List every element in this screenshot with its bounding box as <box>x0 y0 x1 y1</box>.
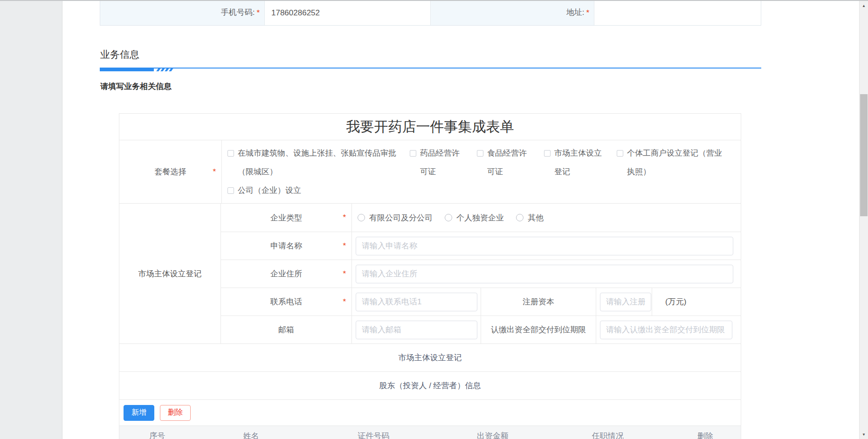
email-row: 邮箱 认缴出资全部交付到位期限 <box>221 316 741 343</box>
registration-section-row: 市场主体设立登记 <box>119 344 741 372</box>
package-options: 在城市建筑物、设施上张挂、张贴宣传品审批（限城区） 药品经营许可证 食品经营许可… <box>222 140 741 203</box>
checkbox-icon[interactable] <box>227 187 234 194</box>
contact-phone-label: 联系电话 <box>270 296 302 307</box>
checkbox-icon[interactable] <box>617 150 623 157</box>
package-option-label: 市场主体设立登记 <box>554 144 603 181</box>
phone-value-cell[interactable]: 17860286252 <box>264 0 430 25</box>
package-option-label: 公司（企业）设立 <box>238 181 301 200</box>
underline-thin-line <box>100 68 761 69</box>
radio-icon[interactable] <box>445 214 452 221</box>
enterprise-address-input[interactable] <box>356 265 733 283</box>
capital-deadline-input[interactable] <box>600 321 732 339</box>
section-title: 业务信息 <box>100 48 139 61</box>
package-option-propaganda[interactable]: 在城市建筑物、设施上张挂、张贴宣传品审批（限城区） <box>227 144 399 181</box>
package-option-company-setup[interactable]: 公司（企业）设立 <box>227 181 301 200</box>
radio-label: 个人独资企业 <box>456 213 504 223</box>
form-title: 我要开药店一件事集成表单 <box>119 114 741 140</box>
radio-label: 有限公司及分公司 <box>369 213 433 223</box>
scrollbar-thumb[interactable] <box>860 94 868 216</box>
contact-phone-input[interactable] <box>356 293 477 311</box>
capital-deadline-cell <box>596 316 741 343</box>
enterprise-address-row: 企业住所 * <box>221 260 741 288</box>
entity-rows: 企业类型 * 有限公司及分公司 个人独资企业 <box>221 204 741 343</box>
package-options-line1: 在城市建筑物、设施上张挂、张贴宣传品审批（限城区） 药品经营许可证 食品经营许可… <box>227 144 736 181</box>
package-option-label: 药品经营许可证 <box>420 144 461 181</box>
email-label: 邮箱 <box>278 324 294 335</box>
vertical-scrollbar[interactable]: ▲ ▼ <box>859 1 868 439</box>
package-option-label: 个体工商户设立登记（营业执照） <box>627 144 723 181</box>
address-label-cell: 地址:* <box>430 0 594 25</box>
package-option-food-license[interactable]: 食品经营许可证 <box>477 144 528 181</box>
registered-capital-unit: (万元) <box>652 288 741 316</box>
contact-phone-cell <box>352 288 481 316</box>
enterprise-type-options: 有限公司及分公司 个人独资企业 其他 <box>352 204 741 232</box>
underline-bar <box>100 68 154 71</box>
contact-phone-row: 联系电话 * 注册资本 (万元) <box>221 288 741 316</box>
address-required-mark: * <box>586 8 589 18</box>
contact-info-table: 手机号码:* 17860286252 地址:* <box>100 0 761 26</box>
header-position: 任职情况 <box>545 426 670 439</box>
email-cell <box>352 316 481 343</box>
shareholder-section-row: 股东（投资人 / 经营者）信息 <box>119 372 741 400</box>
package-option-market-entity[interactable]: 市场主体设立登记 <box>544 144 603 181</box>
radio-limited-company[interactable]: 有限公司及分公司 <box>358 213 433 223</box>
capital-deadline-label-cell: 认缴出资全部交付到位期限 <box>481 316 596 343</box>
radio-icon[interactable] <box>516 214 524 221</box>
email-input[interactable] <box>356 321 477 339</box>
pharmacy-form-table: 我要开药店一件事集成表单 套餐选择 * 在城市建筑物、设施上张挂、张贴宣传品审批… <box>119 113 741 439</box>
phone-label: 手机号码: <box>221 7 255 18</box>
checkbox-icon[interactable] <box>410 150 416 157</box>
contact-phone-label-cell: 联系电话 * <box>221 288 352 316</box>
enterprise-type-row: 企业类型 * 有限公司及分公司 个人独资企业 <box>221 204 741 232</box>
page: 手机号码:* 17860286252 地址:* 业务信息 请填写业务相关信息 我… <box>0 0 868 439</box>
registered-capital-cell <box>596 288 652 316</box>
scroll-up-arrow[interactable]: ▲ <box>860 2 868 9</box>
registered-capital-input[interactable] <box>600 293 651 311</box>
delete-button[interactable]: 删除 <box>160 405 191 421</box>
package-option-label: 食品经营许可证 <box>487 144 528 181</box>
address-label: 地址: <box>566 7 585 18</box>
checkbox-icon[interactable] <box>227 150 234 157</box>
phone-required-mark: * <box>256 8 260 18</box>
required-mark: * <box>343 241 346 251</box>
header-seq: 序号 <box>119 426 195 439</box>
section-underline <box>100 68 761 71</box>
phone-label-cell: 手机号码:* <box>100 0 264 25</box>
enterprise-type-label-cell: 企业类型 * <box>221 204 352 232</box>
package-option-drug-license[interactable]: 药品经营许可证 <box>410 144 461 181</box>
radio-icon[interactable] <box>358 214 365 221</box>
shareholder-toolbar: 新增 删除 <box>119 400 741 426</box>
section-subtitle: 请填写业务相关信息 <box>100 81 172 92</box>
application-name-input[interactable] <box>356 237 733 255</box>
registered-capital-label-cell: 注册资本 <box>481 288 596 316</box>
radio-label: 其他 <box>528 213 544 223</box>
checkbox-icon[interactable] <box>544 150 551 157</box>
header-name: 姓名 <box>195 426 307 439</box>
application-name-label-cell: 申请名称 * <box>221 232 352 260</box>
package-option-label: 在城市建筑物、设施上张挂、张贴宣传品审批（限城区） <box>238 144 399 181</box>
checkbox-icon[interactable] <box>477 150 483 157</box>
top-edge-line <box>0 0 868 1</box>
enterprise-type-label: 企业类型 <box>270 213 302 223</box>
required-mark: * <box>343 297 346 307</box>
registered-capital-label: 注册资本 <box>523 296 554 307</box>
required-mark: * <box>343 269 346 279</box>
application-name-cell <box>352 232 741 260</box>
radio-sole-proprietorship[interactable]: 个人独资企业 <box>445 213 504 223</box>
scroll-down-arrow[interactable]: ▼ <box>860 431 868 438</box>
header-delete: 删除 <box>670 426 741 439</box>
enterprise-address-label: 企业住所 <box>270 268 302 279</box>
capital-deadline-label: 认缴出资全部交付到位期限 <box>491 324 586 335</box>
enterprise-address-label-cell: 企业住所 * <box>221 260 352 288</box>
package-required-mark: * <box>213 167 216 177</box>
address-value-cell[interactable] <box>594 0 762 25</box>
add-button[interactable]: 新增 <box>124 405 154 421</box>
header-id-number: 证件号码 <box>307 426 440 439</box>
package-option-individual-business[interactable]: 个体工商户设立登记（营业执照） <box>617 144 723 181</box>
entity-group-label: 市场主体设立登记 <box>119 204 221 343</box>
page-left-gutter <box>0 0 62 439</box>
package-label: 套餐选择 <box>155 166 186 177</box>
radio-other[interactable]: 其他 <box>516 213 544 223</box>
email-label-cell: 邮箱 <box>221 316 352 343</box>
package-select-row: 套餐选择 * 在城市建筑物、设施上张挂、张贴宣传品审批（限城区） 药品经营许可证 <box>119 140 741 204</box>
